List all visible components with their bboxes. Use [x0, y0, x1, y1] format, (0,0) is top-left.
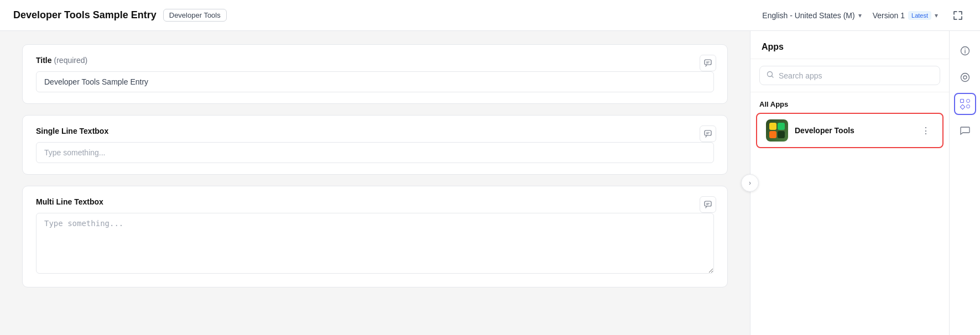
developer-tools-app-icon: [766, 119, 788, 142]
version-selector[interactable]: Version 1 Latest ▾: [873, 11, 938, 20]
header: Developer Tools Sample Entry Developer T…: [0, 0, 980, 31]
multi-line-field-card: Multi Line Textbox: [22, 186, 728, 287]
content-area: Title(required) Single Line Textbox: [0, 31, 750, 335]
search-icon: [767, 71, 774, 80]
multi-line-field-label: Multi Line Textbox: [36, 197, 714, 206]
single-line-field-label: Single Line Textbox: [36, 127, 714, 135]
single-line-input[interactable]: [36, 142, 714, 163]
search-input[interactable]: [779, 71, 933, 80]
sidebar-toggle-button[interactable]: ›: [741, 174, 759, 192]
content-type-badge[interactable]: Developer Tools: [163, 9, 227, 22]
version-label: Version 1: [873, 11, 905, 20]
multi-line-comment-button[interactable]: [700, 196, 716, 213]
sidebar-search-area: [750, 59, 949, 92]
developer-tools-app-name: Developer Tools: [795, 126, 918, 135]
latest-badge: Latest: [908, 11, 931, 20]
developer-tools-menu-button[interactable]: ⋮: [918, 123, 934, 138]
svg-point-13: [963, 76, 967, 79]
all-apps-section-title: All Apps: [750, 92, 949, 113]
app-item-developer-tools[interactable]: Developer Tools ⋮: [756, 113, 943, 148]
apps-button[interactable]: [954, 93, 976, 115]
title-field-card: Title(required): [22, 44, 728, 104]
multi-line-textarea[interactable]: [36, 213, 714, 274]
svg-point-11: [965, 49, 966, 50]
apps-sidebar: Apps All Apps: [750, 31, 949, 335]
right-panel: [949, 31, 980, 335]
svg-point-12: [961, 74, 969, 82]
search-box: [759, 66, 940, 85]
expand-button[interactable]: [949, 7, 967, 24]
version-chevron-icon: ▾: [935, 12, 938, 19]
title-comment-button[interactable]: [700, 55, 716, 71]
locale-selector[interactable]: English - United States (M) ▾: [762, 11, 861, 20]
locale-label: English - United States (M): [762, 11, 854, 20]
info-button[interactable]: [954, 40, 976, 62]
sidebar-title: Apps: [750, 31, 949, 59]
comments-button[interactable]: [954, 119, 976, 142]
single-line-comment-button[interactable]: [700, 125, 716, 142]
locale-chevron-icon: ▾: [858, 12, 862, 19]
preview-button[interactable]: [954, 66, 976, 88]
single-line-field-card: Single Line Textbox: [22, 115, 728, 175]
page-title: Developer Tools Sample Entry: [13, 9, 157, 21]
title-input[interactable]: [36, 71, 714, 92]
title-field-label: Title(required): [36, 56, 714, 65]
main-layout: Title(required) Single Line Textbox: [0, 31, 980, 335]
